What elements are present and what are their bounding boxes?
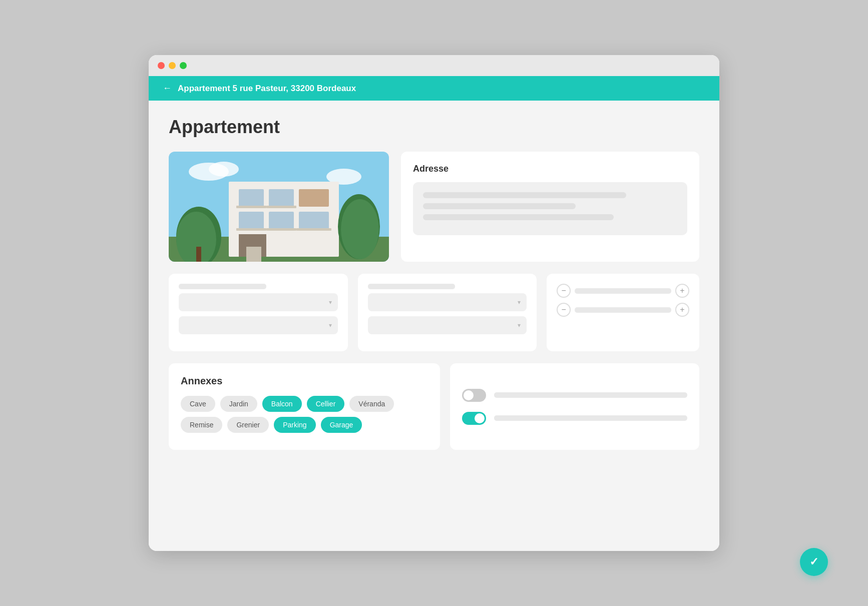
counter-row-1: − + [557, 284, 689, 298]
counter-plus-1[interactable]: + [675, 284, 689, 298]
svg-rect-19 [296, 228, 331, 231]
browser-window: ← Appartement 5 rue Pasteur, 33200 Borde… [149, 55, 719, 551]
back-button[interactable]: ← [163, 83, 172, 94]
annex-tag-balcon[interactable]: Balcon [262, 396, 302, 412]
address-inner [413, 182, 687, 235]
annex-tag-jardin[interactable]: Jardin [220, 396, 257, 412]
form-card-1: ▾ ▾ [169, 274, 348, 351]
svg-rect-14 [239, 212, 264, 229]
address-card: Adresse [401, 152, 699, 262]
traffic-light-red[interactable] [158, 62, 165, 69]
annexes-card: Annexes Cave Jardin Balcon Cellier Véran… [169, 363, 440, 450]
bottom-section: Annexes Cave Jardin Balcon Cellier Véran… [169, 363, 699, 450]
toggle-thumb-2 [475, 413, 485, 423]
toggle-row-1 [462, 389, 687, 402]
annexes-row-1: Cave Jardin Balcon Cellier Véranda [181, 396, 428, 412]
toggle-label-2 [494, 415, 687, 421]
app-header: ← Appartement 5 rue Pasteur, 33200 Borde… [149, 76, 719, 101]
annex-tag-cellier[interactable]: Cellier [307, 396, 345, 412]
property-image [169, 152, 389, 262]
traffic-light-green[interactable] [180, 62, 187, 69]
page-title: Appartement [169, 117, 699, 138]
select-4[interactable]: ▾ [368, 316, 527, 334]
annex-tag-cave[interactable]: Cave [181, 396, 215, 412]
address-line-3 [423, 214, 614, 220]
counter-row-2: − + [557, 303, 689, 317]
chevron-down-icon: ▾ [329, 299, 332, 306]
toggle-label-1 [494, 392, 687, 398]
counter-value-1 [575, 288, 671, 294]
select-3[interactable]: ▾ [368, 293, 527, 311]
svg-rect-18 [266, 228, 296, 231]
address-line-2 [423, 203, 576, 209]
counter-value-2 [575, 307, 671, 313]
select-2[interactable]: ▾ [179, 316, 338, 334]
check-icon: ✓ [809, 555, 818, 568]
annexes-row-2: Remise Grenier Parking Garage [181, 417, 428, 433]
counter-minus-2[interactable]: − [557, 303, 571, 317]
toggle-thumb-1 [464, 390, 474, 400]
middle-section: ▾ ▾ ▾ ▾ − + [169, 274, 699, 351]
toggle-2[interactable] [462, 412, 486, 425]
field-label-2 [368, 284, 456, 289]
header-title: Appartement 5 rue Pasteur, 33200 Bordeau… [178, 84, 356, 94]
toggle-1[interactable] [462, 389, 486, 402]
app-content: Appartement [149, 101, 719, 551]
svg-point-22 [341, 199, 379, 259]
svg-rect-16 [299, 212, 329, 229]
svg-rect-13 [266, 206, 296, 208]
form-card-2: ▾ ▾ [358, 274, 537, 351]
toggle-row-2 [462, 412, 687, 425]
svg-rect-17 [236, 228, 266, 231]
field-label-1 [179, 284, 266, 289]
toggles-card [450, 363, 699, 450]
select-1[interactable]: ▾ [179, 293, 338, 311]
svg-rect-12 [236, 206, 266, 208]
svg-point-2 [209, 162, 239, 177]
annex-tag-veranda[interactable]: Véranda [349, 396, 394, 412]
annex-tag-grenier[interactable]: Grenier [227, 417, 269, 433]
counter-plus-2[interactable]: + [675, 303, 689, 317]
counter-minus-1[interactable]: − [557, 284, 571, 298]
annex-tag-garage[interactable]: Garage [321, 417, 362, 433]
top-section: Adresse [169, 152, 699, 262]
annex-tag-parking[interactable]: Parking [274, 417, 315, 433]
svg-rect-10 [269, 189, 294, 207]
chevron-down-icon: ▾ [518, 322, 521, 329]
annexes-title: Annexes [181, 375, 428, 387]
chevron-down-icon: ▾ [329, 322, 332, 329]
address-section-title: Adresse [413, 164, 687, 174]
svg-rect-23 [246, 247, 261, 262]
confirm-fab[interactable]: ✓ [800, 548, 828, 576]
svg-rect-11 [299, 189, 329, 207]
form-card-counters: − + − + [547, 274, 699, 351]
svg-rect-7 [196, 247, 201, 262]
traffic-light-yellow[interactable] [169, 62, 176, 69]
browser-chrome [149, 55, 719, 76]
svg-rect-9 [239, 189, 264, 207]
chevron-down-icon: ▾ [518, 299, 521, 306]
annex-tag-remise[interactable]: Remise [181, 417, 222, 433]
address-line-1 [423, 192, 626, 198]
svg-rect-15 [269, 212, 294, 229]
